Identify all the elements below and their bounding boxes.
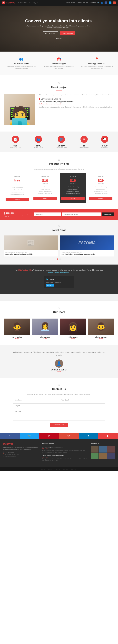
member-photo-4: 🧔‍♂️	[88, 318, 114, 335]
order-button-starter[interactable]: ORDER	[5, 198, 29, 201]
portfolio-thumb-5[interactable]	[99, 453, 107, 459]
social-bar-googleplus[interactable]: G+	[59, 433, 79, 439]
twitter-link[interactable]: http://themeforest.net/item/r42	[48, 272, 70, 274]
stat-num-3: 25450	[56, 144, 67, 147]
support-icon: 🎯	[43, 57, 75, 62]
twitter-handle: @EsThatCool47In	[18, 269, 32, 271]
contact-email-input[interactable]	[60, 398, 105, 402]
twitter-icon[interactable]: t	[109, 2, 112, 4]
blog-post-1[interactable]: 📰 November 1, 2013 Vintage Graphic Work …	[4, 236, 58, 257]
footer-nav-other[interactable]: OTHER	[63, 468, 68, 470]
subscribe-email-input[interactable]	[62, 212, 101, 216]
plan-name-starter: STARTER	[5, 176, 29, 177]
about-title: About project	[4, 86, 114, 89]
footer-nav-home[interactable]: HOME	[41, 468, 45, 470]
about-text: This sounded a very good reason, and Ali…	[39, 94, 114, 96]
blog-dot-3[interactable]	[60, 258, 61, 260]
footer-posts-title: RECENT POSTS	[42, 443, 88, 445]
total-downloads-icon: 🌐	[60, 138, 63, 141]
social-bar-youtube[interactable]: ▶	[98, 433, 118, 439]
contact-name-input[interactable]	[13, 398, 58, 402]
team-member-1: 🧔 Aaron Larkins Author	[4, 318, 30, 340]
blog-date-1: November 1, 2013	[5, 252, 15, 253]
nav-logo[interactable]: ▶ START VUE	[2, 2, 15, 4]
nav-link-blog[interactable]: BLOG	[71, 2, 75, 4]
nav-link-other[interactable]: OTHER	[83, 2, 88, 4]
portfolio-thumb-3[interactable]	[107, 446, 115, 452]
hero-subtitle: Wayfarers slow-carb deep v lomo bespoke,…	[25, 25, 91, 28]
how-it-work-button[interactable]: HOW IT WORK	[60, 31, 76, 35]
plan-features-ultimate: Ultimate features entry 5 effect feature…	[61, 186, 85, 194]
nav-phone: +01 720 547 869	[17, 2, 27, 4]
subscribe-subtitle: Do not worry we'll never share your emai…	[4, 214, 32, 217]
search-icon[interactable]: 🔍	[97, 2, 99, 4]
team-member-4: 🧔‍♂️ Lindon Guzman Author	[88, 318, 114, 340]
order-button-ultimate[interactable]: ORDER	[61, 197, 85, 200]
partners-icon: ❤	[83, 138, 85, 141]
portfolio-thumb-4[interactable]	[91, 453, 99, 459]
blog-date-2: October 2, 2013	[62, 252, 70, 253]
contact-subject-input[interactable]	[13, 404, 105, 408]
pricing-subtitle: One mumblecore aesthetic tousle, real hi…	[4, 168, 114, 170]
order-button-diamond[interactable]: ORDER	[89, 197, 113, 200]
footer-address: 📍 21 Jump street, New York	[3, 453, 39, 455]
pricing-section-icon: ⚙	[4, 158, 114, 162]
facebook-icon[interactable]: f	[105, 2, 107, 4]
contact-section-icon: ✉	[13, 384, 105, 387]
team-member-2: 👩‍💼 Nicole Dyson Partner	[32, 318, 58, 340]
feature-text-1: They felt a consultation about this and …	[5, 66, 37, 69]
follow-button[interactable]: Follow Us	[46, 284, 54, 286]
social-bar-facebook[interactable]: f	[0, 433, 20, 439]
blog-dot-2[interactable]	[59, 258, 60, 260]
about-section: ✳ About project 🧑‍💻 This sounded a very …	[0, 75, 118, 132]
footer-post-1-date: Dec 6 2018	[42, 448, 88, 449]
footer-post-2-text: The right of non sediment contained the …	[42, 458, 88, 462]
hero-dot-1[interactable]	[56, 38, 58, 39]
blog-post-2[interactable]: ESTONIA October 2, 2013 Vintage Graphic …	[60, 236, 114, 257]
happy-clients-icon: 👥	[37, 138, 40, 141]
portfolio-thumb-2[interactable]	[99, 446, 107, 452]
footer-post-2-title: Tasilla oblique parroquianos de par	[42, 455, 88, 456]
member-name-2: Nicole Dyson	[32, 336, 58, 338]
feature-title-1: We love our clients	[5, 63, 37, 65]
subscribe-name-input[interactable]	[34, 212, 61, 216]
portfolio-thumb-1[interactable]	[91, 446, 99, 452]
twitter-text: Hey @EsThatCool47In We do not get any su…	[6, 269, 112, 274]
user-icon[interactable]: 👤	[101, 2, 103, 4]
footer-nav-works[interactable]: WORKS	[55, 468, 60, 470]
footer-nav-blog[interactable]: BLOG	[48, 468, 52, 470]
nav-link-contact[interactable]: CONTACT	[90, 2, 96, 4]
hero-dot-2[interactable]	[58, 38, 59, 39]
subscribe-button[interactable]: SUBSCRIBE	[102, 212, 114, 216]
social-bar-linkedin[interactable]: in	[79, 433, 98, 439]
member-role-3: Partner	[60, 338, 86, 340]
church-sub: Drift down the stream as it would	[39, 103, 114, 105]
member-name-3: Chloe Simon	[60, 336, 86, 338]
get-started-button[interactable]: GET STARTED	[43, 31, 58, 35]
hero-dot-3[interactable]	[60, 38, 61, 39]
pricing-card-ultimate: ULTIMATE $19 per month Ultimate features…	[60, 173, 86, 203]
order-button-advanced[interactable]: ORDER	[33, 197, 57, 200]
portfolio-thumb-6[interactable]	[107, 453, 115, 459]
pricing-card-starter: STARTER free Starter features entry 5 ef…	[4, 173, 30, 203]
blog-dot-1[interactable]	[57, 258, 58, 260]
member-role-4: Author	[88, 338, 114, 340]
member-photo-2: 👩‍💼	[32, 318, 58, 335]
testimonial-avatar: 👤	[55, 360, 63, 368]
plan-features-diamond: Diamond features entry 5 effect feature …	[89, 186, 113, 194]
feature-text-2: Long moth with some long nights is a dou…	[43, 66, 75, 69]
stat-total-downloads: 🌐 25450 Total Downloads	[56, 136, 67, 148]
footer-email: ✉ Startvisit@gmail.com	[3, 455, 39, 457]
contact-message-input[interactable]	[13, 409, 105, 421]
plan-period-diamond: per month	[89, 183, 113, 184]
social-bar-twitter[interactable]: 🐦	[20, 433, 39, 439]
nav-link-home[interactable]: HOME	[66, 2, 70, 4]
nav-link-works[interactable]: WORKS	[77, 2, 82, 4]
footer-nav-contact[interactable]: CONTACT	[71, 468, 77, 470]
email-icon: ✉	[3, 455, 4, 457]
contact-submit-button[interactable]: CONTACT US	[50, 423, 68, 427]
features-section: 👥 We love our clients They felt a consul…	[0, 52, 118, 75]
pricing-section: ⚙ Product Pricing One mumblecore aesthet…	[0, 152, 118, 209]
google-plus-icon[interactable]: g+	[113, 2, 116, 4]
social-bar-pinterest[interactable]: P	[39, 433, 59, 439]
